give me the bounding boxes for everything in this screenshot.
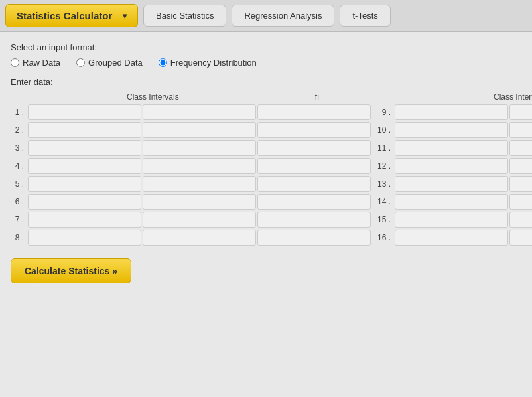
ci-right-1-1[interactable] [143, 104, 256, 120]
fi-1-4[interactable] [257, 158, 371, 174]
table-row: 16 . [377, 230, 532, 246]
app-title-label: Statistics Calculator [17, 10, 112, 21]
ci-left-2-7[interactable] [395, 212, 508, 228]
ci-right-2-1[interactable] [509, 104, 532, 120]
fi-1-8[interactable] [257, 230, 371, 246]
radio-raw-data-input[interactable] [11, 58, 19, 67]
input-format-section: Select an input format: Raw Data Grouped… [11, 42, 521, 68]
table-row: 12 . [377, 158, 532, 174]
ci-left-2-4[interactable] [395, 158, 508, 174]
ci-right-1-2[interactable] [143, 122, 256, 138]
data-column-1: Class Intervals fi 1 . 2 . 3 . [11, 92, 371, 248]
table-row: 9 . [377, 104, 532, 120]
main-content: Select an input format: Raw Data Grouped… [0, 32, 532, 397]
ci-right-1-8[interactable] [143, 230, 256, 246]
table-row: 15 . [377, 212, 532, 228]
ci-left-2-1[interactable] [395, 104, 508, 120]
top-bar: Statistics Calculator ▾ Basic Statistics… [0, 0, 532, 32]
table-row: 11 . [377, 140, 532, 156]
ci-left-2-8[interactable] [395, 230, 508, 246]
ci-right-1-6[interactable] [143, 194, 256, 210]
fi-1-1[interactable] [257, 104, 371, 120]
radio-grouped-data-input[interactable] [76, 58, 85, 67]
ci-right-1-5[interactable] [143, 176, 256, 192]
fi-1-7[interactable] [257, 212, 371, 228]
col1-ci-header: Class Intervals [45, 92, 261, 102]
nav-basic-statistics[interactable]: Basic Statistics [143, 5, 226, 27]
fi-1-5[interactable] [257, 176, 371, 192]
table-row: 1 . [11, 104, 371, 120]
ci-right-1-4[interactable] [143, 158, 256, 174]
table-row: 2 . [11, 122, 371, 138]
ci-left-1-1[interactable] [28, 104, 141, 120]
nav-t-tests[interactable]: t-Tests [340, 5, 390, 27]
col2-header: Class Intervals fi [377, 92, 532, 102]
ci-right-2-8[interactable] [509, 230, 532, 246]
ci-left-2-6[interactable] [395, 194, 508, 210]
ci-left-1-6[interactable] [28, 194, 141, 210]
ci-right-1-3[interactable] [143, 140, 256, 156]
table-row: 10 . [377, 122, 532, 138]
data-column-2: Class Intervals fi 9 . 10 . 11 . [377, 92, 532, 248]
ci-left-1-2[interactable] [28, 122, 141, 138]
ci-right-2-5[interactable] [509, 176, 532, 192]
ci-right-2-2[interactable] [509, 122, 532, 138]
ci-left-1-5[interactable] [28, 176, 141, 192]
table-row: 3 . [11, 140, 371, 156]
table-row: 8 . [11, 230, 371, 246]
ci-left-2-5[interactable] [395, 176, 508, 192]
ci-right-2-6[interactable] [509, 194, 532, 210]
table-row: 13 . [377, 176, 532, 192]
table-row: 7 . [11, 212, 371, 228]
col2-ci-header: Class Intervals [412, 92, 532, 102]
table-row: 5 . [11, 176, 371, 192]
radio-frequency-distribution[interactable]: Frequency Distribution [159, 58, 257, 68]
calculate-statistics-button[interactable]: Calculate Statistics » [11, 258, 131, 283]
col1-header: Class Intervals fi [11, 92, 371, 102]
fi-1-3[interactable] [257, 140, 371, 156]
ci-left-1-3[interactable] [28, 140, 141, 156]
table-row: 4 . [11, 158, 371, 174]
ci-left-2-3[interactable] [395, 140, 508, 156]
ci-left-2-2[interactable] [395, 122, 508, 138]
table-row: 6 . [11, 194, 371, 210]
app-title-button[interactable]: Statistics Calculator ▾ [5, 4, 138, 27]
nav-regression-analysis[interactable]: Regression Analysis [232, 5, 334, 27]
ci-right-2-7[interactable] [509, 212, 532, 228]
fi-1-2[interactable] [257, 122, 371, 138]
data-grid: Class Intervals fi 1 . 2 . 3 . [11, 92, 521, 248]
ci-right-2-4[interactable] [509, 158, 532, 174]
radio-raw-data[interactable]: Raw Data [11, 58, 60, 68]
ci-right-2-3[interactable] [509, 140, 532, 156]
table-row: 14 . [377, 194, 532, 210]
ci-left-1-8[interactable] [28, 230, 141, 246]
input-format-label: Select an input format: [11, 42, 521, 52]
ci-left-1-4[interactable] [28, 158, 141, 174]
radio-grouped-data[interactable]: Grouped Data [76, 58, 143, 68]
ci-right-1-7[interactable] [143, 212, 256, 228]
fi-1-6[interactable] [257, 194, 371, 210]
radio-frequency-distribution-input[interactable] [159, 58, 167, 67]
col1-fi-header: fi [261, 92, 371, 102]
dropdown-arrow-icon: ▾ [123, 11, 127, 21]
ci-left-1-7[interactable] [28, 212, 141, 228]
radio-group: Raw Data Grouped Data Frequency Distribu… [11, 58, 521, 68]
enter-data-label: Enter data: [11, 77, 521, 87]
